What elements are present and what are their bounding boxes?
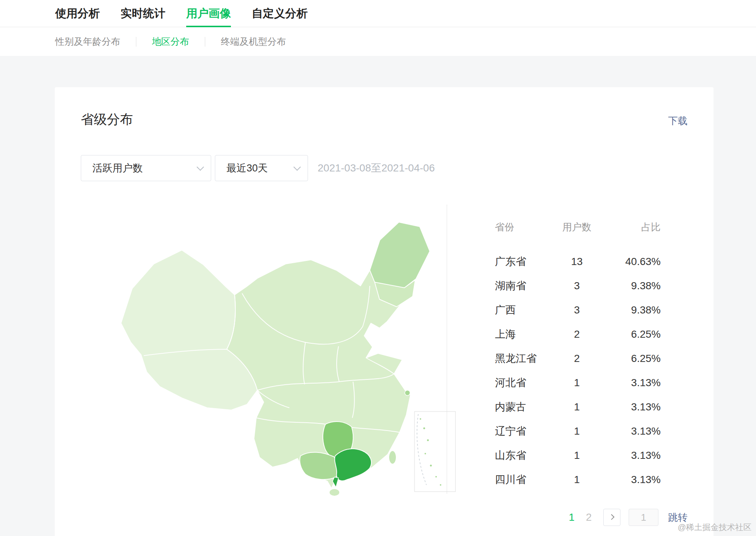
table-cell-province: 上海 — [495, 327, 547, 341]
table-cell-users: 13 — [547, 256, 607, 268]
table-cell-province: 广西 — [495, 303, 547, 317]
map-province-guangxi[interactable] — [300, 452, 339, 479]
table-cell-pct: 3.13% — [607, 425, 661, 437]
table-row: 辽宁省13.13% — [495, 419, 666, 443]
table-cell-users: 1 — [547, 474, 607, 486]
china-map[interactable] — [111, 205, 483, 503]
watermark: @稀土掘金技术社区 — [678, 522, 752, 533]
content-row: 省份 用户数 占比 广东省1340.63%湖南省39.38%广西39.38%上海… — [81, 205, 687, 507]
table-row: 黑龙江省26.25% — [495, 346, 666, 371]
table-cell-users: 1 — [547, 450, 607, 461]
table-cell-users: 3 — [547, 280, 607, 292]
metric-select[interactable]: 活跃用户数 — [81, 155, 211, 181]
table-row: 河北省13.13% — [495, 371, 666, 395]
province-distribution-card: 省级分布 下载 活跃用户数 最近30天 2021-03-08至2021-04-0… — [55, 87, 714, 536]
province-table: 省份 用户数 占比 广东省1340.63%湖南省39.38%广西39.38%上海… — [495, 216, 666, 492]
pagination: 1 2 跳转 — [81, 509, 687, 526]
date-range-select[interactable]: 最近30天 — [215, 155, 308, 181]
map-province-taiwan[interactable] — [389, 451, 396, 464]
header-users: 用户数 — [547, 221, 607, 234]
province-table-header: 省份 用户数 占比 — [495, 216, 666, 238]
map-province-guangdong[interactable] — [335, 449, 371, 481]
table-cell-pct: 6.25% — [607, 328, 661, 340]
table-cell-users: 2 — [547, 328, 607, 340]
table-cell-province: 广东省 — [495, 255, 547, 269]
subtab-device-model[interactable]: 终端及机型分布 — [221, 35, 286, 48]
filters-row: 活跃用户数 最近30天 2021-03-08至2021-04-06 — [81, 155, 687, 181]
table-row: 湖南省39.38% — [495, 274, 666, 298]
table-cell-pct: 40.63% — [607, 256, 661, 268]
subtab-region[interactable]: 地区分布 — [152, 35, 189, 48]
table-row: 四川省13.13% — [495, 467, 666, 492]
table-cell-users: 2 — [547, 353, 607, 365]
map-province-shanghai[interactable] — [405, 390, 410, 395]
table-row: 广西39.38% — [495, 298, 666, 322]
table-cell-province: 河北省 — [495, 376, 547, 390]
date-range-select-value: 最近30天 — [226, 161, 268, 175]
south-china-sea-inset — [414, 412, 455, 492]
chevron-right-icon — [609, 514, 614, 520]
page-button-1[interactable]: 1 — [566, 511, 577, 523]
table-cell-users: 1 — [547, 425, 607, 437]
table-row: 广东省1340.63% — [495, 249, 666, 274]
subnav-divider — [205, 37, 205, 47]
table-cell-users: 1 — [547, 401, 607, 413]
tab-custom-analysis[interactable]: 自定义分析 — [252, 0, 308, 27]
table-cell-province: 辽宁省 — [495, 424, 547, 438]
table-row: 上海26.25% — [495, 322, 666, 346]
table-cell-pct: 9.38% — [607, 304, 661, 316]
tab-realtime-stats[interactable]: 实时统计 — [121, 0, 165, 27]
date-range-text: 2021-03-08至2021-04-06 — [318, 161, 435, 175]
table-cell-users: 1 — [547, 377, 607, 389]
table-cell-pct: 3.13% — [607, 401, 661, 413]
chevron-down-icon — [197, 163, 204, 171]
table-cell-pct: 3.13% — [607, 450, 661, 461]
sub-navigation: 性别及年龄分布 地区分布 终端及机型分布 — [0, 27, 756, 56]
subnav-divider — [136, 37, 136, 47]
next-page-button[interactable] — [603, 509, 620, 526]
page-jump-input[interactable] — [629, 509, 658, 526]
table-cell-province: 黑龙江省 — [495, 351, 547, 366]
table-cell-pct: 3.13% — [607, 474, 661, 486]
tab-user-portrait[interactable]: 用户画像 — [186, 0, 231, 27]
table-row: 内蒙古13.13% — [495, 395, 666, 419]
download-link[interactable]: 下载 — [668, 113, 687, 128]
table-row: 山东省13.13% — [495, 443, 666, 467]
map-province-guangdong-leizhou[interactable] — [333, 477, 339, 487]
map-province-hainan[interactable] — [329, 489, 340, 496]
chevron-down-icon — [293, 163, 301, 171]
metric-select-value: 活跃用户数 — [92, 161, 143, 175]
page-button-2[interactable]: 2 — [583, 511, 594, 523]
subtab-gender-age[interactable]: 性别及年龄分布 — [55, 35, 120, 48]
header-percent: 占比 — [607, 221, 661, 234]
province-table-body: 广东省1340.63%湖南省39.38%广西39.38%上海26.25%黑龙江省… — [495, 249, 666, 492]
card-title: 省级分布 — [81, 110, 133, 128]
workspace-background: 省级分布 下载 活跃用户数 最近30天 2021-03-08至2021-04-0… — [0, 56, 756, 536]
table-cell-province: 山东省 — [495, 448, 547, 463]
top-navigation: 使用分析 实时统计 用户画像 自定义分析 — [0, 0, 756, 27]
china-map-container — [111, 205, 483, 503]
table-cell-pct: 6.25% — [607, 353, 661, 365]
header-province: 省份 — [495, 221, 547, 234]
table-cell-users: 3 — [547, 304, 607, 316]
table-cell-pct: 9.38% — [607, 280, 661, 292]
table-cell-province: 湖南省 — [495, 279, 547, 293]
table-cell-province: 四川省 — [495, 473, 547, 487]
map-province-heilongjiang[interactable] — [370, 222, 430, 288]
table-cell-pct: 3.13% — [607, 377, 661, 389]
tab-usage-analysis[interactable]: 使用分析 — [55, 0, 100, 27]
table-cell-province: 内蒙古 — [495, 400, 547, 414]
